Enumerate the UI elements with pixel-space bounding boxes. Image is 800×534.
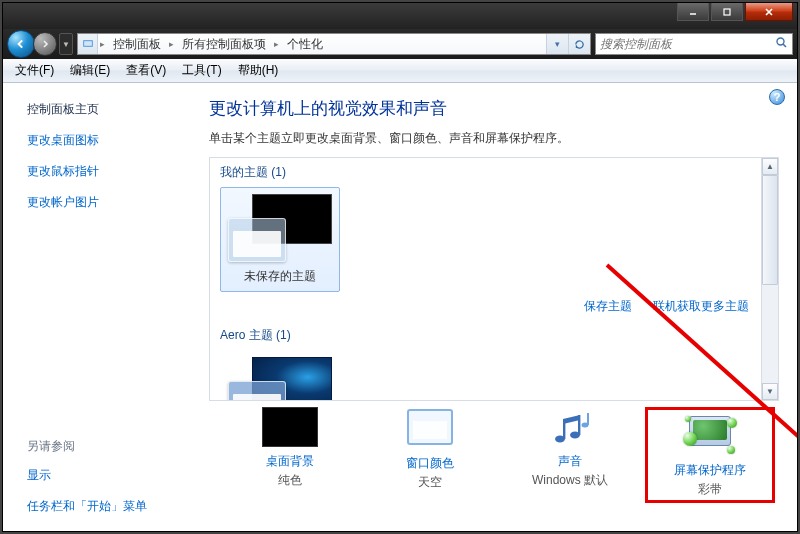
themes-list: 我的主题 (1) 未保存的主题 保存主题 联机获取更多主题 Aero 主题 (1… (210, 158, 761, 400)
aero-themes-label: Aero 主题 (1) (220, 327, 751, 344)
bottom-row: 桌面背景 纯色 窗口颜色 天空 (209, 401, 779, 503)
more-themes-link[interactable]: 联机获取更多主题 (653, 299, 749, 313)
desktop-background-item[interactable]: 桌面背景 纯色 (225, 407, 355, 503)
save-theme-link[interactable]: 保存主题 (584, 299, 632, 313)
theme-thumbnail (228, 357, 332, 400)
page-desc: 单击某个主题立即更改桌面背景、窗口颜色、声音和屏幕保护程序。 (209, 130, 779, 147)
sidebar-taskbar[interactable]: 任务栏和「开始」菜单 (27, 498, 191, 515)
nav-arrows: ▼ (7, 30, 73, 58)
svg-line-7 (783, 44, 786, 47)
breadcrumb-1[interactable]: 控制面板 (107, 34, 167, 54)
window-color-title: 窗口颜色 (365, 455, 495, 472)
desktop-background-icon (262, 407, 318, 447)
maximize-button[interactable] (711, 3, 743, 21)
cp-icon (78, 34, 98, 54)
sidebar-display[interactable]: 显示 (27, 467, 191, 484)
refresh-button[interactable] (568, 34, 590, 54)
scroll-track[interactable] (762, 175, 778, 383)
history-dropdown[interactable]: ▼ (59, 33, 73, 55)
window-controls (677, 3, 793, 21)
scroll-thumb[interactable] (762, 175, 778, 285)
addr-dropdown[interactable]: ▾ (546, 34, 568, 54)
body: 控制面板主页 更改桌面图标 更改鼠标指针 更改帐户图片 另请参阅 显示 任务栏和… (3, 83, 797, 531)
svg-rect-5 (84, 41, 92, 46)
theme-label: 未保存的主题 (227, 268, 333, 285)
my-themes-label: 我的主题 (1) (220, 164, 751, 181)
menu-edit[interactable]: 编辑(E) (62, 60, 118, 81)
search-box[interactable] (595, 33, 793, 55)
main: ? 更改计算机上的视觉效果和声音 单击某个主题立即更改桌面背景、窗口颜色、声音和… (203, 83, 797, 531)
breadcrumb-3[interactable]: 个性化 (281, 34, 329, 54)
navbar: ▼ ▸ 控制面板 ▸ 所有控制面板项 ▸ 个性化 ▾ (3, 29, 797, 59)
svg-rect-13 (587, 413, 589, 425)
window-color-icon (402, 409, 458, 449)
menu-file[interactable]: 文件(F) (7, 60, 62, 81)
sounds-icon (542, 407, 598, 447)
help-icon[interactable]: ? (769, 89, 785, 105)
sidebar: 控制面板主页 更改桌面图标 更改鼠标指针 更改帐户图片 另请参阅 显示 任务栏和… (3, 83, 203, 531)
breadcrumb-2[interactable]: 所有控制面板项 (176, 34, 272, 54)
menu-view[interactable]: 查看(V) (118, 60, 174, 81)
window-color-item[interactable]: 窗口颜色 天空 (365, 407, 495, 503)
svg-rect-1 (724, 9, 730, 15)
close-button[interactable] (745, 3, 793, 21)
sounds-sub: Windows 默认 (505, 472, 635, 489)
sounds-item[interactable]: 声音 Windows 默认 (505, 407, 635, 503)
back-button[interactable] (7, 30, 35, 58)
search-icon (775, 36, 788, 52)
titlebar (3, 3, 797, 29)
themes-scrollbar[interactable]: ▲ ▼ (761, 158, 778, 400)
theme-aero[interactable] (220, 350, 340, 400)
scroll-down-button[interactable]: ▼ (762, 383, 778, 400)
search-input[interactable] (600, 37, 775, 51)
menu-tools[interactable]: 工具(T) (174, 60, 229, 81)
sidebar-desktop-icons[interactable]: 更改桌面图标 (27, 132, 191, 149)
screensaver-icon (683, 414, 737, 456)
themes-panel: 我的主题 (1) 未保存的主题 保存主题 联机获取更多主题 Aero 主题 (1… (209, 157, 779, 401)
sidebar-see-also-label: 另请参阅 (27, 438, 191, 455)
sounds-title: 声音 (505, 453, 635, 470)
sidebar-home[interactable]: 控制面板主页 (27, 101, 191, 118)
menu-help[interactable]: 帮助(H) (230, 60, 287, 81)
desktop-background-title: 桌面背景 (225, 453, 355, 470)
screensaver-item[interactable]: 屏幕保护程序 彩带 (645, 407, 775, 503)
desktop-background-sub: 纯色 (225, 472, 355, 489)
screensaver-sub: 彩带 (648, 481, 772, 498)
theme-unsaved[interactable]: 未保存的主题 (220, 187, 340, 292)
window: ▼ ▸ 控制面板 ▸ 所有控制面板项 ▸ 个性化 ▾ (2, 2, 798, 532)
page-title: 更改计算机上的视觉效果和声音 (209, 97, 779, 120)
svg-point-6 (777, 38, 784, 45)
screensaver-title: 屏幕保护程序 (648, 462, 772, 479)
menubar: 文件(F) 编辑(E) 查看(V) 工具(T) 帮助(H) (3, 59, 797, 83)
sidebar-mouse-pointers[interactable]: 更改鼠标指针 (27, 163, 191, 180)
theme-thumbnail (228, 194, 332, 262)
theme-actions: 保存主题 联机获取更多主题 (220, 292, 751, 325)
window-color-sub: 天空 (365, 474, 495, 491)
minimize-button[interactable] (677, 3, 709, 21)
address-bar[interactable]: ▸ 控制面板 ▸ 所有控制面板项 ▸ 个性化 ▾ (77, 33, 591, 55)
scroll-up-button[interactable]: ▲ (762, 158, 778, 175)
sidebar-account-picture[interactable]: 更改帐户图片 (27, 194, 191, 211)
forward-button[interactable] (33, 32, 57, 56)
